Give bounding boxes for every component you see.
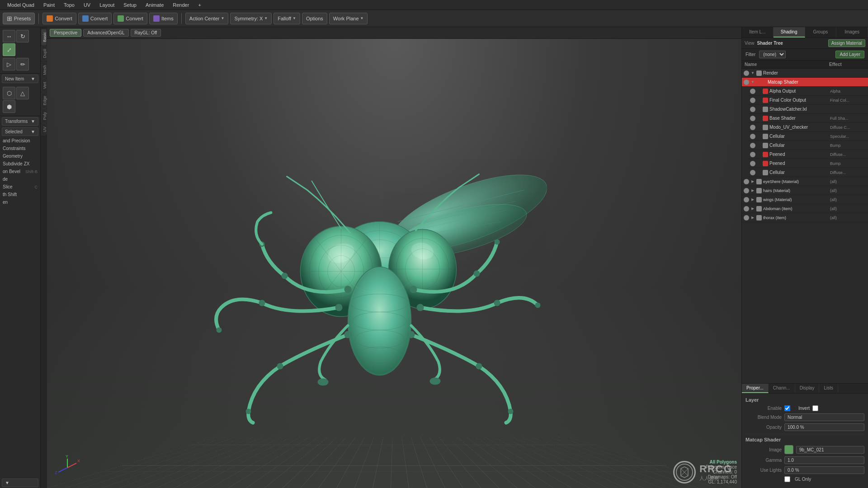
advanced-opengl-btn[interactable]: AdvancedOpenGL: [83, 29, 128, 37]
and-precision-item[interactable]: and Precision: [0, 137, 40, 145]
tab-channels[interactable]: Chann...: [769, 384, 795, 393]
menu-animate[interactable]: Animate: [142, 1, 167, 9]
shader-item-base[interactable]: Base Shader Full Sha...: [748, 114, 868, 123]
shader-item-thorax[interactable]: ▶ thorax (Item) (all): [742, 213, 868, 222]
expand-icon[interactable]: [757, 143, 761, 148]
shader-item-cellular-1[interactable]: Cellular Specular...: [748, 132, 868, 141]
vis-icon[interactable]: [744, 179, 749, 184]
shader-item-uv-checker[interactable]: Modo_UV_checker Diffuse C...: [748, 123, 868, 132]
gamma-value[interactable]: 1.0: [784, 456, 864, 464]
vis-icon[interactable]: [750, 116, 755, 121]
shader-item-peened-1[interactable]: Peened Diffuse...: [748, 150, 868, 159]
vis-icon[interactable]: [750, 89, 755, 94]
falloff-dropdown[interactable]: Falloff ▼: [274, 13, 300, 24]
menu-setup[interactable]: Setup: [120, 1, 140, 9]
image-name[interactable]: 9b_MC_021: [796, 446, 864, 454]
open-item[interactable]: en: [0, 198, 40, 206]
gl-only-checkbox[interactable]: [784, 476, 790, 482]
convert-button-1[interactable]: Convert: [42, 13, 76, 24]
bottom-dropdown[interactable]: ▼: [2, 479, 38, 487]
icon-mesh-3[interactable]: ⬢: [3, 100, 15, 113]
vis-icon[interactable]: [744, 70, 749, 76]
icon-mesh-1[interactable]: ⬡: [3, 87, 15, 99]
expand-icon[interactable]: [757, 98, 761, 103]
vtab-meshedit[interactable]: Mesh: [41, 62, 47, 78]
slide-item[interactable]: de: [0, 175, 40, 183]
sidebar-icon-2[interactable]: ↻: [16, 30, 29, 42]
vtab-duplica[interactable]: Dupli: [41, 46, 47, 61]
menu-layout[interactable]: Layout: [96, 1, 118, 9]
items-button[interactable]: Items: [149, 13, 178, 24]
shader-item-cellular-2[interactable]: Cellular Bump: [748, 141, 868, 150]
shift-item[interactable]: th Shift: [0, 191, 40, 198]
expand-icon[interactable]: [757, 125, 761, 130]
symmetry-dropdown[interactable]: Symmetry: X ▼: [230, 13, 272, 24]
convert-button-3[interactable]: Convert: [113, 13, 147, 24]
expand-icon[interactable]: ▶: [750, 179, 755, 184]
vis-icon[interactable]: [744, 80, 749, 85]
expand-icon[interactable]: ▼: [750, 80, 755, 84]
menu-plus[interactable]: +: [194, 1, 204, 9]
vis-icon[interactable]: [744, 188, 749, 193]
invert-checkbox[interactable]: [812, 405, 818, 411]
vis-icon[interactable]: [750, 143, 755, 148]
convert-button-2[interactable]: Convert: [78, 13, 112, 24]
icon-mesh-2[interactable]: △: [16, 87, 29, 99]
expand-icon[interactable]: ▼: [750, 71, 755, 75]
expand-icon[interactable]: [757, 107, 761, 112]
vis-icon[interactable]: [750, 170, 755, 175]
menu-topo[interactable]: Topo: [60, 1, 78, 9]
transforms-dropdown[interactable]: Transforms ▼: [2, 117, 38, 126]
shader-item-shadowcatcher[interactable]: ShadowCatcher.lxl: [748, 105, 868, 114]
tab-images[interactable]: Images: [836, 27, 868, 38]
expand-icon[interactable]: ▶: [750, 216, 755, 220]
sidebar-icon-5[interactable]: ✏: [16, 58, 29, 70]
vtab-polygon[interactable]: Poly: [41, 109, 47, 123]
raygl-btn[interactable]: RayGL: Off: [131, 29, 161, 37]
work-plane-dropdown[interactable]: Work Plane ▼: [329, 13, 368, 24]
menu-model-quad[interactable]: Model Quad: [4, 1, 38, 9]
expand-icon[interactable]: [757, 89, 761, 94]
vis-icon[interactable]: [750, 107, 755, 112]
tab-shading[interactable]: Shading: [774, 27, 805, 38]
menu-paint[interactable]: Paint: [40, 1, 58, 9]
tab-lists[interactable]: Lists: [819, 384, 838, 393]
geometry-item[interactable]: Geometry: [0, 152, 40, 160]
new-item-dropdown[interactable]: New Item ▼: [2, 75, 38, 83]
expand-icon[interactable]: [757, 134, 761, 139]
shader-item-matcap[interactable]: ▼ Matcap Shader: [742, 78, 868, 87]
opacity-value[interactable]: 100.0 %: [784, 423, 864, 431]
vis-icon[interactable]: [744, 215, 749, 221]
expand-icon[interactable]: [757, 116, 761, 121]
vis-icon[interactable]: [750, 152, 755, 157]
vtab-edge[interactable]: Edge: [41, 93, 47, 108]
vtab-basic[interactable]: Basic: [41, 29, 47, 45]
menu-uv[interactable]: UV: [80, 1, 94, 9]
vtab-uv[interactable]: UV: [41, 123, 47, 136]
vtab-vertex[interactable]: Vert: [41, 79, 47, 92]
expand-icon[interactable]: [757, 152, 761, 157]
shader-item-cellular-3[interactable]: Cellular Diffuse...: [748, 168, 868, 177]
options-button[interactable]: Options: [302, 13, 327, 24]
use-lights-value[interactable]: 0.0 %: [784, 466, 864, 474]
viewport-3d[interactable]: X Y Z All Polygons Polygons: Face Channe…: [47, 39, 741, 488]
vis-icon[interactable]: [744, 197, 749, 202]
vis-icon[interactable]: [750, 98, 755, 103]
bevel-item[interactable]: on Bevel Shift-B: [0, 168, 40, 175]
subdivide-item[interactable]: Subdivide ZX: [0, 160, 40, 168]
shader-item-peened-2[interactable]: Peened Bump: [748, 159, 868, 168]
image-color-swatch[interactable]: [784, 445, 793, 454]
shader-item-final-color[interactable]: Final Color Output Final Col...: [748, 96, 868, 105]
blend-mode-value[interactable]: Normal: [784, 413, 864, 421]
assign-material-button[interactable]: Assign Material: [828, 39, 865, 47]
vis-icon[interactable]: [750, 134, 755, 139]
vis-icon[interactable]: [744, 206, 749, 211]
sidebar-icon-1[interactable]: ↔: [3, 30, 15, 42]
filter-select[interactable]: (none): [759, 51, 786, 58]
action-center-dropdown[interactable]: Action Center ▼: [185, 13, 229, 24]
expand-icon[interactable]: [757, 161, 761, 166]
vis-icon[interactable]: [750, 161, 755, 166]
sidebar-icon-4[interactable]: ▷: [3, 58, 15, 70]
expand-icon[interactable]: ▶: [750, 197, 755, 202]
selected-dropdown[interactable]: Selected ▼: [2, 127, 38, 136]
